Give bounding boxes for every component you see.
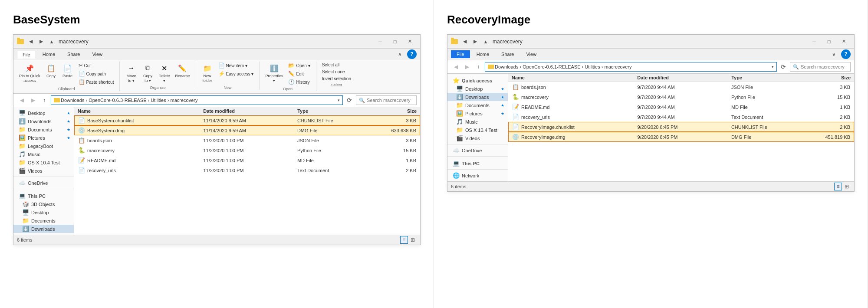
close-button-right[interactable]: ✕ bbox=[837, 37, 851, 46]
sidebar-item-videos-right[interactable]: 🎬 Videos bbox=[447, 134, 508, 142]
minimize-button-right[interactable]: ─ bbox=[807, 37, 821, 46]
sidebar-item-legacyboot[interactable]: 📁 LegacyBoot bbox=[13, 142, 74, 150]
sidebar-item-downloads-right[interactable]: ⬇️ Downloads ★ bbox=[447, 93, 508, 101]
tab-home-left[interactable]: Home bbox=[37, 50, 61, 58]
sidebar-item-network-right[interactable]: 🌐 Network bbox=[447, 171, 508, 180]
ribbon-collapse-left[interactable]: ∧ bbox=[395, 49, 404, 59]
file-row-readme-right[interactable]: 📝README.md 9/7/2020 9:44 AM MD File 1 KB bbox=[508, 102, 854, 112]
file-row-recovery-urls-right[interactable]: 📄recovery_urls 9/7/2020 9:44 AM Text Doc… bbox=[508, 112, 854, 122]
edit-btn[interactable]: ✏️ Edit bbox=[286, 70, 312, 78]
sidebar-item-videos-left[interactable]: 🎬 Videos bbox=[13, 167, 74, 175]
refresh-btn-left[interactable]: ⟳ bbox=[345, 95, 354, 105]
list-view-btn-right[interactable]: ≡ bbox=[834, 183, 842, 190]
left-search-input[interactable] bbox=[367, 98, 414, 103]
cut-btn[interactable]: ✂ Cut bbox=[76, 62, 116, 69]
sidebar-item-pictures-right[interactable]: 🖼️ Pictures ★ bbox=[447, 109, 508, 118]
sidebar-item-desktop-left[interactable]: 🖥️ Desktop ★ bbox=[13, 109, 74, 117]
file-row-recovery-urls-left[interactable]: 📄recovery_urls 11/2/2020 1:00 PM Text Do… bbox=[74, 165, 420, 175]
tab-view-left[interactable]: View bbox=[86, 50, 108, 58]
back-btn-right[interactable]: ◀ bbox=[451, 62, 460, 72]
sidebar-item-documents-right[interactable]: 📁 Documents ★ bbox=[447, 101, 508, 109]
move-to-btn[interactable]: → Moveto ▾ bbox=[123, 62, 139, 85]
forward-btn-left[interactable]: ▶ bbox=[28, 95, 38, 105]
right-qat-forward[interactable]: ▶ bbox=[471, 37, 480, 46]
right-address-path[interactable]: Downloads › OpenCore-0.6.1-RELEASE › Uti… bbox=[485, 62, 777, 72]
sidebar-item-documents-left[interactable]: 📁 Documents ★ bbox=[13, 125, 74, 134]
select-all-btn[interactable]: Select all bbox=[320, 62, 353, 68]
left-search-box[interactable]: 🔍 bbox=[356, 95, 417, 105]
file-row-basesystem-dmg[interactable]: 💿BaseSystem.dmg 11/14/2020 9:59 AM DMG F… bbox=[74, 125, 420, 135]
new-folder-btn[interactable]: 📁 Newfolder bbox=[200, 62, 215, 85]
history-btn[interactable]: 🕐 History bbox=[286, 78, 312, 86]
ribbon-collapse-right[interactable]: ∨ bbox=[829, 49, 838, 59]
sidebar-item-osx104-right[interactable]: 📁 OS X 10.4 Test bbox=[447, 126, 508, 134]
file-row-macrecovery-left[interactable]: 🐍macrecovery 11/2/2020 1:00 PM Python Fi… bbox=[74, 145, 420, 155]
copy-path-btn[interactable]: 📄 Copy path bbox=[76, 70, 116, 78]
tab-home-right[interactable]: Home bbox=[471, 50, 495, 58]
file-row-readme-left[interactable]: 📝README.md 11/2/2020 1:00 PM MD File 1 K… bbox=[74, 155, 420, 165]
sidebar-item-music-left[interactable]: 🎵 Music bbox=[13, 150, 74, 158]
qat-back[interactable]: ◀ bbox=[26, 37, 35, 46]
file-row-boards-json-right[interactable]: 📋boards.json 9/7/2020 9:44 AM JSON File … bbox=[508, 82, 854, 92]
sidebar-item-documents2[interactable]: 📁 Documents bbox=[13, 216, 74, 225]
file-row-recovery-chunklist[interactable]: 📄RecoveryImage.chunklist 9/20/2020 8:45 … bbox=[508, 122, 854, 132]
tab-view-right[interactable]: View bbox=[520, 50, 542, 58]
up-btn-right[interactable]: ↑ bbox=[473, 62, 483, 72]
tab-file-left[interactable]: File bbox=[17, 51, 36, 59]
delete-btn[interactable]: ✕ Delete▾ bbox=[156, 62, 172, 85]
select-none-btn[interactable]: Select none bbox=[320, 69, 353, 75]
pin-quick-access-btn[interactable]: 📌 Pin to Quickaccess bbox=[17, 62, 43, 85]
path-chevron: ▾ bbox=[338, 98, 340, 102]
sidebar-item-onedrive-left[interactable]: ☁️ OneDrive bbox=[13, 179, 74, 187]
right-qat-up[interactable]: ▲ bbox=[481, 37, 490, 46]
paste-main-btn[interactable]: 📄 Paste bbox=[60, 62, 76, 80]
copy-main-btn[interactable]: 📋 Copy bbox=[43, 62, 59, 80]
file-row-boards-json[interactable]: 📋boards.json 11/2/2020 1:00 PM JSON File… bbox=[74, 135, 420, 145]
sidebar-item-onedrive-right[interactable]: ☁️ OneDrive bbox=[447, 146, 508, 154]
easy-access-btn[interactable]: ⚡ Easy access ▾ bbox=[216, 70, 256, 78]
close-button-left[interactable]: ✕ bbox=[403, 37, 417, 46]
list-view-btn-left[interactable]: ≡ bbox=[400, 236, 408, 244]
sidebar-item-pictures-left[interactable]: 🖼️ Pictures ★ bbox=[13, 134, 74, 142]
qat-forward[interactable]: ▶ bbox=[37, 37, 46, 46]
open-icon: 📂 bbox=[288, 62, 295, 69]
help-button-right[interactable]: ? bbox=[841, 49, 851, 59]
videos-icon-right: 🎬 bbox=[456, 135, 463, 141]
sidebar-item-downloads-left[interactable]: ⬇️ Downloads ★ bbox=[13, 117, 74, 125]
left-address-path[interactable]: Downloads › OpenCore-0.6.3-RELEASE › Uti… bbox=[51, 95, 343, 105]
sidebar-item-osx104-left[interactable]: 📁 OS X 10.4 Test bbox=[13, 158, 74, 167]
help-button-left[interactable]: ? bbox=[407, 49, 417, 59]
sidebar-item-music-right[interactable]: 🎵 Music bbox=[447, 118, 508, 126]
file-row-recovery-dmg[interactable]: 💿RecoveryImage.dmg 9/20/2020 8:45 PM DMG… bbox=[508, 132, 854, 142]
maximize-button-right[interactable]: □ bbox=[822, 37, 836, 46]
copy-to-btn[interactable]: ⧉ Copyto ▾ bbox=[140, 62, 155, 85]
sidebar-item-desktop-right[interactable]: 🖥️ Desktop ★ bbox=[447, 85, 508, 93]
invert-selection-btn[interactable]: Invert selection bbox=[320, 75, 353, 82]
right-explorer-body: ⭐ Quick access 🖥️ Desktop ★ ⬇️ Downloads… bbox=[447, 74, 854, 181]
sidebar-item-3dobjects[interactable]: 🎲 3D Objects bbox=[13, 200, 74, 208]
right-search-input[interactable] bbox=[801, 64, 848, 69]
back-btn-left[interactable]: ◀ bbox=[17, 95, 26, 105]
tab-file-right[interactable]: File bbox=[451, 50, 470, 58]
properties-btn[interactable]: ℹ️ Properties▾ bbox=[263, 62, 285, 85]
detail-view-btn-right[interactable]: ⊞ bbox=[843, 183, 851, 190]
paste-shortcut-btn[interactable]: 📋 Paste shortcut bbox=[76, 78, 116, 86]
right-qat-back[interactable]: ◀ bbox=[460, 37, 469, 46]
right-search-box[interactable]: 🔍 bbox=[790, 62, 851, 72]
file-row-macrecovery-right[interactable]: 🐍macrecovery 9/7/2020 9:44 AM Python Fil… bbox=[508, 92, 854, 102]
minimize-button-left[interactable]: ─ bbox=[373, 37, 387, 46]
refresh-btn-right[interactable]: ⟳ bbox=[779, 62, 788, 72]
detail-view-btn-left[interactable]: ⊞ bbox=[409, 236, 417, 244]
forward-btn-right[interactable]: ▶ bbox=[462, 62, 472, 72]
file-row-basesystem-chunklist[interactable]: 📄BaseSystem.chunklist 11/14/2020 9:59 AM… bbox=[74, 115, 420, 125]
qat-up[interactable]: ▲ bbox=[47, 37, 56, 46]
tab-share-right[interactable]: Share bbox=[496, 50, 519, 58]
tab-share-left[interactable]: Share bbox=[62, 50, 85, 58]
rename-btn[interactable]: ✏️ Rename bbox=[173, 62, 192, 80]
sidebar-item-downloads2[interactable]: ⬇️ Downloads bbox=[13, 225, 74, 233]
open-btn[interactable]: 📂 Open ▾ bbox=[286, 62, 312, 69]
sidebar-item-desktop2[interactable]: 🖥️ Desktop bbox=[13, 208, 74, 216]
up-btn-left[interactable]: ↑ bbox=[39, 95, 49, 105]
maximize-button-left[interactable]: □ bbox=[388, 37, 402, 46]
new-item-btn[interactable]: 📄 New item ▾ bbox=[216, 62, 256, 69]
